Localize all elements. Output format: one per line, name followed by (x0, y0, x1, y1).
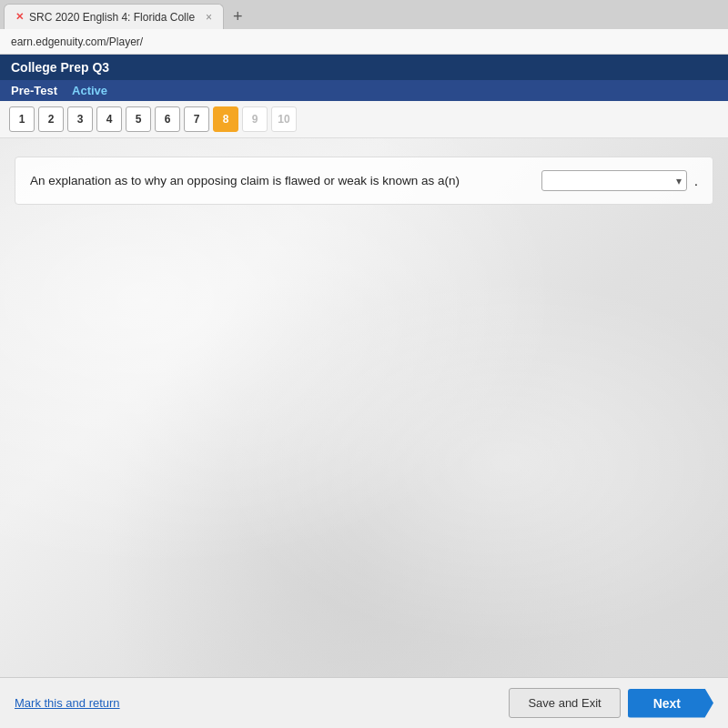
address-text: earn.edgenuity.com/Player/ (11, 35, 143, 48)
app-container: College Prep Q3 Pre-Test Active 1 2 3 4 … (0, 55, 728, 728)
question-btn-10: 10 (271, 106, 297, 132)
active-badge: Active (72, 84, 107, 97)
question-navigation: 1 2 3 4 5 6 7 8 9 10 (0, 101, 728, 138)
tab-close-icon[interactable]: × (206, 11, 212, 24)
question-btn-4[interactable]: 4 (96, 106, 122, 132)
question-btn-7[interactable]: 7 (184, 106, 209, 132)
header-title-bar: College Prep Q3 (0, 55, 728, 80)
pretest-label: Pre-Test (11, 84, 57, 97)
tab-label: SRC 2020 English 4: Florida Colle (29, 11, 195, 24)
new-tab-button[interactable]: + (224, 4, 252, 29)
bottom-right-buttons: Save and Exit Next (509, 688, 713, 718)
x-icon: ✕ (15, 11, 24, 23)
mark-return-button[interactable]: Mark this and return (15, 696, 120, 710)
question-btn-9: 9 (242, 106, 268, 132)
bottom-bar: Mark this and return Save and Exit Next (0, 677, 728, 728)
tab-bar: ✕ SRC 2020 English 4: Florida Colle × + (0, 0, 728, 29)
page-title: College Prep Q3 (11, 60, 109, 75)
question-btn-2[interactable]: 2 (38, 106, 64, 132)
question-btn-6[interactable]: 6 (155, 106, 180, 132)
question-btn-8[interactable]: 8 (213, 106, 238, 132)
active-tab[interactable]: ✕ SRC 2020 English 4: Florida Colle × (4, 4, 224, 29)
answer-select-wrapper[interactable]: counterargument rebuttal claim concessio… (541, 170, 687, 191)
browser-chrome: ✕ SRC 2020 English 4: Florida Colle × + … (0, 0, 728, 55)
next-button[interactable]: Next (628, 689, 713, 718)
question-box: An explanation as to why an opposing cla… (15, 157, 713, 205)
address-bar: earn.edgenuity.com/Player/ (0, 29, 728, 55)
question-btn-3[interactable]: 3 (67, 106, 93, 132)
period-text: . (694, 174, 698, 188)
question-text: An explanation as to why an opposing cla… (30, 174, 534, 187)
save-exit-button[interactable]: Save and Exit (509, 688, 620, 718)
question-btn-5[interactable]: 5 (126, 106, 151, 132)
question-btn-1[interactable]: 1 (9, 106, 35, 132)
answer-select[interactable]: counterargument rebuttal claim concessio… (541, 170, 687, 191)
main-content: An explanation as to why an opposing cla… (0, 138, 728, 677)
header-subtitle-bar: Pre-Test Active (0, 80, 728, 101)
